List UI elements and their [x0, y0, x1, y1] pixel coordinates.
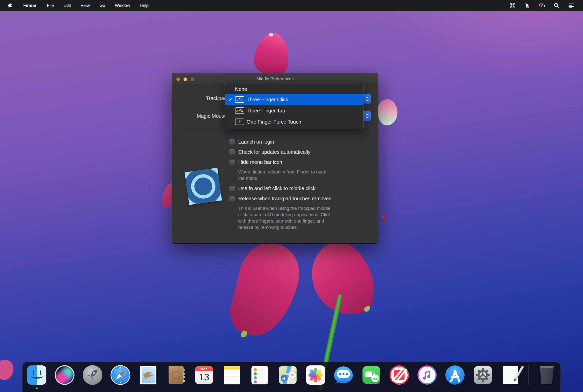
navigation-arrow-icon [281, 375, 287, 382]
checkbox-label: Release when trackpad touches removed [238, 196, 332, 202]
dock-item-textedit[interactable] [501, 365, 521, 385]
menu-option-three-finger-tap[interactable]: Three Finger Tap [225, 105, 363, 116]
dock-item-facetime[interactable] [361, 365, 381, 385]
menubar-item-edit[interactable]: Edit [59, 0, 76, 11]
gear-icon [473, 365, 493, 385]
mail-stamp-icon [140, 366, 156, 384]
spotlight-search-icon[interactable] [554, 3, 560, 9]
menu-option-three-finger-click[interactable]: ✓ Three Finger Click [225, 94, 363, 105]
dock-item-maps[interactable]: 3D [278, 365, 298, 385]
dock-item-safari[interactable] [110, 365, 131, 385]
three-finger-click-icon [235, 96, 244, 103]
magic-mouse-label: Magic Mouse [172, 113, 227, 119]
photos-pinwheel-icon [306, 365, 325, 385]
wallpaper-petal-right [376, 98, 400, 127]
desktop: Finder File Edit View Go Window Help [0, 0, 583, 392]
screen-capture-icon[interactable] [509, 3, 516, 9]
wallpaper-petal-corner [0, 357, 16, 382]
rocket-icon [82, 365, 103, 385]
dock-item-notes[interactable] [222, 365, 242, 385]
facetime-camera-icon [362, 366, 380, 384]
dock-item-launchpad[interactable] [82, 365, 103, 385]
middleclick-app-icon [185, 168, 222, 205]
messages-bubble-icon [334, 366, 353, 383]
pointer-cursor-icon[interactable] [524, 3, 530, 9]
dock-item-photos[interactable] [305, 365, 326, 385]
menubar-item-help[interactable]: Help [135, 0, 153, 11]
apple-logo-icon [8, 3, 13, 8]
wallpaper-berry [381, 215, 386, 221]
news-icon [390, 365, 409, 385]
menubar-item-finder[interactable]: Finder [18, 0, 42, 11]
dock: MAY 13 3D [22, 362, 561, 392]
contacts-book-icon [169, 366, 184, 384]
separator [181, 129, 369, 129]
menubar-item-window[interactable]: Window [110, 0, 135, 11]
reminders-icon [251, 366, 268, 384]
siri-icon [55, 365, 75, 385]
trackpad-label: Trackpad [172, 95, 227, 101]
finder-icon [27, 365, 46, 385]
menu-option-label: Three Finger Click [247, 97, 288, 103]
dock-item-siri[interactable] [54, 365, 75, 385]
calendar-icon: MAY 13 [195, 366, 213, 384]
checkbox-label: Launch on login [238, 139, 274, 145]
dock-item-mail[interactable] [138, 365, 158, 385]
menu-option-none[interactable]: None [225, 85, 363, 94]
wallpaper-petal-tip [269, 33, 273, 36]
menu-option-one-finger-force-touch[interactable]: F One Finger Force Touch [225, 116, 363, 127]
fn-left-click-checkbox[interactable] [229, 186, 235, 191]
checkbox-label: Check for updates automatically [238, 149, 311, 155]
menu-bar: Finder File Edit View Go Window Help [0, 0, 583, 11]
checkmark-icon: ✓ [228, 96, 234, 103]
display-mirroring-icon[interactable] [539, 3, 545, 9]
menu-option-label: Three Finger Tap [247, 108, 285, 114]
three-finger-tap-icon [235, 107, 244, 114]
hide-menu-bar-icon-checkbox[interactable] [229, 159, 235, 165]
wallpaper-petal-top [253, 31, 291, 77]
trackpad-gesture-menu: None ✓ Three Finger Click Three Finger T… [225, 83, 363, 129]
apple-menu[interactable] [6, 3, 15, 8]
running-indicator [36, 387, 38, 389]
app-store-icon [445, 365, 465, 385]
release-touches-checkbox[interactable] [229, 196, 235, 202]
maps-icon: 3D [279, 366, 297, 384]
dock-item-app-store[interactable] [445, 365, 465, 385]
dock-item-reminders[interactable] [250, 365, 270, 385]
dock-item-messages[interactable] [333, 365, 354, 385]
notes-icon [224, 366, 240, 384]
music-note-icon [417, 365, 437, 385]
maps-3d-badge: 3D [288, 371, 296, 379]
checkbox-label: Use fn and left click to middle click [238, 186, 316, 191]
launch-on-login-checkbox[interactable] [229, 139, 235, 145]
dock-item-calendar[interactable]: MAY 13 [194, 365, 214, 385]
release-touches-note: This is useful when using the trackpad m… [238, 205, 335, 231]
menubar-item-go[interactable]: Go [95, 0, 110, 11]
check-updates-row: Check for updates automatically [229, 149, 343, 155]
hide-menu-bar-icon-row: Hide menu bar icon [229, 159, 343, 166]
dock-item-itunes[interactable] [417, 365, 437, 385]
wallpaper-petal-big-right [303, 234, 381, 324]
menu-option-label: One Finger Force Touch [247, 119, 301, 125]
check-updates-checkbox[interactable] [229, 149, 235, 155]
dock-item-system-preferences[interactable] [473, 365, 493, 385]
wallpaper-petal-big-left [225, 237, 306, 343]
notification-center-icon[interactable] [568, 3, 574, 9]
hide-menu-note: When hidden, relaunch from Finder to ope… [238, 169, 330, 182]
dock-separator [529, 365, 529, 385]
calendar-day: 13 [195, 371, 213, 383]
menubar-status-area [509, 3, 574, 9]
options-section: Launch on login Check for updates automa… [229, 139, 343, 234]
dock-item-trash[interactable] [537, 365, 557, 385]
dock-item-finder[interactable] [27, 365, 47, 385]
menu-option-label: None [235, 86, 247, 92]
force-touch-icon: F [235, 119, 244, 125]
dock-item-news[interactable] [389, 365, 409, 385]
menubar-item-view[interactable]: View [76, 0, 95, 11]
chevron-up-down-icon [366, 96, 369, 101]
checkbox-label: Hide menu bar icon [238, 159, 282, 165]
eagle-icon [140, 366, 156, 384]
dock-item-contacts[interactable] [166, 365, 186, 385]
menubar-item-file[interactable]: File [42, 0, 59, 11]
release-touches-row: Release when trackpad touches removed [229, 195, 343, 202]
